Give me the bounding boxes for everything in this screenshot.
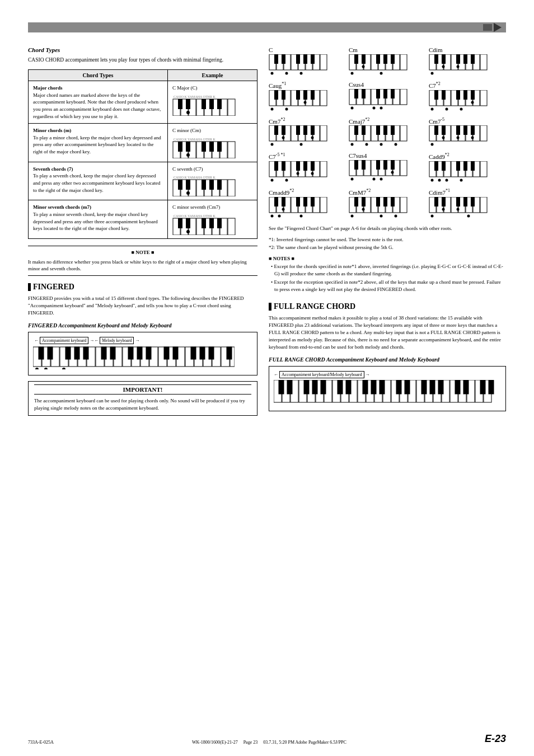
svg-rect-97 [110,347,115,359]
full-range-title-bar [269,303,271,311]
svg-rect-153 [463,54,467,64]
svg-rect-117 [320,54,327,70]
chord-piano [429,161,488,182]
svg-point-203 [431,107,434,110]
svg-rect-267 [282,161,285,171]
svg-rect-120 [296,54,300,64]
svg-rect-104 [200,347,205,359]
svg-rect-387 [287,380,292,394]
svg-rect-232 [354,125,358,135]
chord-piano [349,160,408,181]
table-chord-name: Major chordsMajor chord names are marked… [29,81,168,124]
table-chord-example: C Major (C)CASIO K YAMAHA OTHR K [168,81,257,124]
chord-piano [429,90,488,111]
svg-rect-183 [362,89,366,98]
svg-text:CASIO K YAMAHA OTHR K: CASIO K YAMAHA OTHR K [174,176,216,179]
full-range-header: FULL RANGE CHORD [269,302,506,311]
full-range-title: FULL RANGE CHORD [274,302,355,311]
svg-rect-216 [282,125,285,135]
chord-piano [349,89,408,110]
svg-rect-118 [274,54,278,64]
svg-rect-397 [405,380,410,394]
chord-item-name: Cdim [429,46,442,53]
right-column: CCmCdimCaug*1Csus4C7*2Cm7*2Cmaj7*2Cm7-5C… [269,46,506,421]
chord-item-name: CmM7*2 [349,188,371,196]
svg-rect-333 [400,197,407,213]
note-title: ■ NOTE ■ [28,249,257,257]
svg-point-323 [278,214,281,217]
svg-rect-285 [376,160,380,170]
svg-point-125 [300,72,303,75]
chord-diagrams-grid: CCmCdimCaug*1Csus4C7*2Cm7*2Cmaj7*2Cm7-5C… [269,46,506,218]
svg-point-205 [460,107,463,110]
svg-rect-282 [400,160,407,176]
chord-item-name: Cm [349,46,358,53]
svg-rect-269 [303,161,307,171]
chord-piano [429,54,488,76]
chord-item-name: Csus4 [349,81,364,88]
svg-rect-59 [178,218,182,228]
svg-rect-300 [434,161,438,171]
svg-point-256 [457,137,460,139]
svg-point-141 [380,72,383,75]
svg-rect-168 [296,90,300,100]
svg-rect-252 [463,125,467,135]
svg-rect-235 [383,125,387,135]
svg-rect-119 [282,54,285,64]
svg-text:CASIO K YAMAHA OTHR K: CASIO K YAMAHA OTHR K [174,214,216,218]
chord-piano [269,197,328,218]
chord-item: C [269,46,346,76]
chord-piano [269,54,328,76]
svg-point-220 [271,143,274,146]
svg-rect-197 [480,90,487,106]
svg-rect-150 [434,54,438,64]
svg-rect-250 [442,125,446,135]
svg-rect-386 [279,380,284,394]
fingered-header: FINGERED [28,283,257,292]
chord-item-name: Cm7*2 [269,117,285,125]
svg-rect-167 [282,90,285,100]
svg-rect-336 [376,197,380,206]
acc-arrow-right: →← [90,338,99,343]
svg-rect-402 [463,380,469,394]
svg-rect-30 [217,142,222,152]
svg-point-109 [62,368,65,369]
svg-point-322 [271,214,274,217]
svg-rect-45 [209,180,214,190]
fingered-title: FINGERED [33,283,74,292]
notes-title: ■ NOTES ■ [269,256,506,261]
full-range-kb-label-container: ← Accompaniment keyboard/Melody keyboard… [274,371,501,378]
svg-rect-170 [311,90,315,100]
svg-rect-182 [354,89,358,98]
footer-left: 733A-E-025A [28,740,54,745]
footer-center-info: WK-1800/1600(E)-21-27 Page 23 03.7.31, 5… [192,740,346,745]
svg-point-341 [380,214,383,217]
svg-rect-401 [455,380,460,394]
acc-keyboard-label: Accompaniment keyboard [40,337,88,344]
svg-point-238 [366,143,368,146]
svg-rect-394 [371,380,376,394]
svg-rect-335 [362,197,366,206]
chord-piano [429,197,488,218]
chord-item: Cadd9*2 [429,152,506,182]
chord-item-name: Caug*1 [269,81,286,89]
svg-rect-151 [442,54,446,64]
svg-rect-218 [303,125,307,135]
full-range-keyboard-diagram: ← Accompaniment keyboard/Melody keyboard… [269,366,506,411]
important-title: IMPORTANT! [34,384,251,395]
svg-point-187 [351,107,354,110]
svg-rect-317 [274,197,278,206]
svg-rect-266 [274,161,278,171]
svg-rect-202 [471,90,475,100]
chord-item-name: Cadd9*2 [429,152,449,160]
svg-rect-320 [303,197,307,206]
svg-point-290 [380,178,383,181]
chord-piano [349,197,408,218]
svg-rect-249 [434,125,438,135]
chord-item-name: C7sus4 [349,152,367,159]
page: Chord Types CASIO CHORD accompaniment le… [0,0,534,756]
header-bar-right [483,23,502,32]
svg-point-254 [431,143,434,146]
table-chord-example: C seventh (C7)CASIO K YAMAHA OTHR K [168,162,257,200]
svg-rect-400 [438,380,443,394]
